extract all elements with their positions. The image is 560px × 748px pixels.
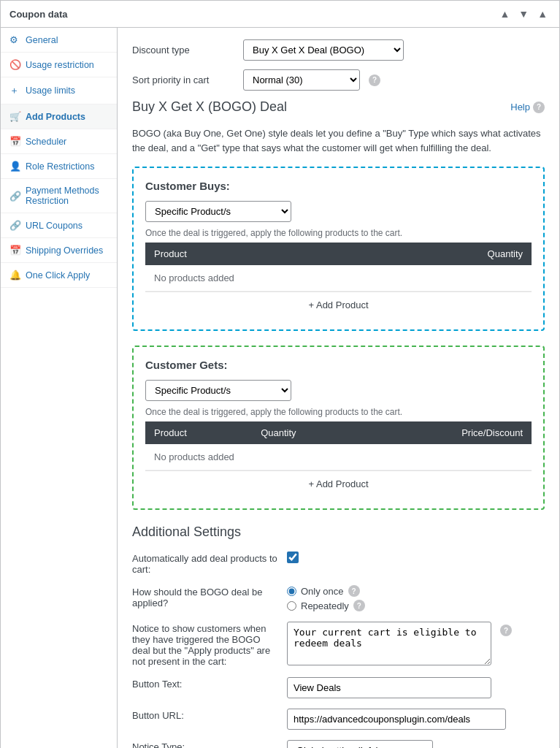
sort-priority-select[interactable]: Normal (30) — [243, 69, 360, 91]
button-text-input[interactable] — [287, 677, 491, 698]
header-icons: ▲ ▼ ▲ — [496, 7, 551, 21]
button-text-label: Button Text: — [132, 677, 278, 690]
bogo-title: Buy X Get X (BOGO) Deal — [132, 99, 287, 115]
customer-gets-table: Product Quantity Price/Discount No produ… — [145, 421, 532, 470]
sidebar-label-add-products: Add Products — [26, 112, 85, 122]
bogo-section-header: Buy X Get X (BOGO) Deal Help ? — [132, 99, 545, 115]
buys-col-product: Product — [145, 243, 334, 265]
buys-empty-text: No products added — [145, 265, 532, 291]
customer-buys-add-product-label: + Add Product — [308, 299, 368, 310]
customer-buys-select[interactable]: Specific Product/s — [145, 201, 291, 222]
expand-icon[interactable]: ▼ — [515, 7, 532, 21]
sidebar: ⚙ General 🚫 Usage restriction ＋ Usage li… — [1, 28, 118, 748]
sidebar-label-url-coupons: URL Coupons — [26, 221, 83, 231]
sidebar-label-role-restrictions: Role Restrictions — [26, 161, 94, 172]
sidebar-label-usage-restriction: Usage restriction — [26, 60, 94, 70]
customer-buys-box: Customer Buys: Specific Product/s Once t… — [132, 167, 545, 331]
radio-only-once-input[interactable] — [287, 587, 296, 596]
sidebar-label-scheduler: Scheduler — [26, 137, 66, 147]
radio-only-once-label: Only once — [301, 586, 344, 597]
customer-gets-box: Customer Gets: Specific Product/s Once t… — [132, 346, 545, 510]
notice-textarea[interactable]: Your current cart is eligible to redeem … — [287, 622, 491, 665]
coupon-header: Coupon data ▲ ▼ ▲ — [1, 1, 559, 28]
customer-gets-desc: Once the deal is triggered, apply the fo… — [145, 407, 532, 417]
sort-priority-row: Sort priority in cart Normal (30) ? — [132, 69, 545, 91]
sidebar-item-general[interactable]: ⚙ General — [1, 28, 117, 53]
discount-type-select[interactable]: Buy X Get X Deal (BOGO) — [243, 39, 404, 61]
additional-settings-title: Additional Settings — [132, 524, 545, 540]
customer-buys-add-product-button[interactable]: + Add Product — [145, 291, 532, 318]
scheduler-icon: 📅 — [9, 136, 21, 147]
sidebar-item-role-restrictions[interactable]: 👤 Role Restrictions — [1, 154, 117, 179]
customer-buys-title: Customer Buys: — [145, 180, 532, 192]
notice-row: Notice to show customers when they have … — [132, 622, 545, 667]
help-label: Help — [510, 102, 530, 112]
discount-type-row: Discount type Buy X Get X Deal (BOGO) — [132, 39, 545, 61]
sidebar-item-add-products[interactable]: 🛒 Add Products — [1, 104, 117, 129]
radio-repeatedly[interactable]: Repeatedly ? — [287, 600, 365, 611]
sidebar-item-payment-methods[interactable]: 🔗 Payment Methods Restriction — [1, 179, 117, 213]
customer-gets-add-product-button[interactable]: + Add Product — [145, 470, 532, 497]
auto-add-checkbox[interactable] — [287, 552, 299, 563]
usage-limits-icon: ＋ — [9, 84, 21, 97]
notice-type-row: Notice Type: Global setting (Info) — [132, 740, 545, 748]
role-restrictions-icon: 👤 — [9, 161, 21, 172]
sidebar-label-payment-methods: Payment Methods Restriction — [26, 186, 108, 206]
apply-how-row: How should the BOGO deal be applied? Onl… — [132, 585, 545, 611]
sidebar-label-one-click-apply: One Click Apply — [26, 270, 90, 280]
radio-repeatedly-input[interactable] — [287, 601, 296, 611]
customer-gets-select[interactable]: Specific Product/s — [145, 380, 291, 401]
auto-add-row: Automatically add deal products to cart: — [132, 552, 545, 575]
add-products-icon: 🛒 — [9, 111, 21, 122]
main-content: Discount type Buy X Get X Deal (BOGO) So… — [118, 28, 559, 748]
apply-how-label: How should the BOGO deal be applied? — [132, 585, 278, 608]
general-icon: ⚙ — [9, 34, 21, 45]
apply-how-radio-group: Only once ? Repeatedly ? — [287, 585, 365, 611]
sidebar-label-usage-limits: Usage limits — [26, 85, 75, 96]
notice-type-label: Notice Type: — [132, 740, 278, 748]
button-text-row: Button Text: — [132, 677, 545, 698]
sidebar-item-one-click-apply[interactable]: 🔔 One Click Apply — [1, 263, 117, 288]
payment-methods-icon: 🔗 — [9, 191, 21, 202]
discount-type-label: Discount type — [132, 45, 234, 56]
coupon-header-title: Coupon data — [9, 9, 67, 20]
customer-buys-table: Product Quantity No products added — [145, 243, 532, 291]
settings-icon[interactable]: ▲ — [534, 7, 551, 21]
sidebar-label-shipping-overrides: Shipping Overrides — [26, 245, 103, 256]
sort-priority-label: Sort priority in cart — [132, 75, 234, 85]
shipping-overrides-icon: 📅 — [9, 245, 21, 256]
auto-add-label: Automatically add deal products to cart: — [132, 552, 278, 575]
collapse-icon[interactable]: ▲ — [496, 7, 513, 21]
button-url-row: Button URL: — [132, 709, 545, 730]
notice-help-icon[interactable]: ? — [500, 625, 512, 636]
repeatedly-help-icon[interactable]: ? — [353, 600, 365, 611]
gets-col-product: Product — [145, 421, 252, 444]
table-row: No products added — [145, 265, 532, 291]
one-click-apply-icon: 🔔 — [9, 270, 21, 280]
help-circle-icon[interactable]: ? — [533, 102, 545, 113]
gets-col-price: Price/Discount — [364, 421, 532, 444]
sidebar-item-usage-limits[interactable]: ＋ Usage limits — [1, 77, 117, 104]
help-link[interactable]: Help ? — [510, 102, 545, 113]
button-url-input[interactable] — [287, 709, 506, 730]
sidebar-item-url-coupons[interactable]: 🔗 URL Coupons — [1, 213, 117, 238]
sidebar-item-shipping-overrides[interactable]: 📅 Shipping Overrides — [1, 238, 117, 263]
usage-restriction-icon: 🚫 — [9, 59, 21, 70]
customer-gets-add-product-label: + Add Product — [308, 478, 368, 489]
notice-type-select[interactable]: Global setting (Info) — [287, 740, 433, 748]
additional-settings: Additional Settings Automatically add de… — [132, 524, 545, 748]
bogo-description: BOGO (aka Buy One, Get One) style deals … — [132, 126, 545, 155]
radio-only-once[interactable]: Only once ? — [287, 585, 365, 597]
only-once-help-icon[interactable]: ? — [348, 585, 360, 597]
sort-priority-help-icon[interactable]: ? — [369, 75, 380, 86]
notice-label: Notice to show customers when they have … — [132, 622, 278, 667]
url-coupons-icon: 🔗 — [9, 220, 21, 231]
table-row: No products added — [145, 444, 532, 470]
sidebar-item-scheduler[interactable]: 📅 Scheduler — [1, 129, 117, 154]
radio-repeatedly-label: Repeatedly — [301, 600, 349, 611]
sidebar-item-usage-restriction[interactable]: 🚫 Usage restriction — [1, 53, 117, 77]
button-url-label: Button URL: — [132, 709, 278, 721]
gets-col-quantity: Quantity — [252, 421, 364, 444]
customer-buys-desc: Once the deal is triggered, apply the fo… — [145, 228, 532, 238]
sidebar-label-general: General — [26, 35, 58, 45]
